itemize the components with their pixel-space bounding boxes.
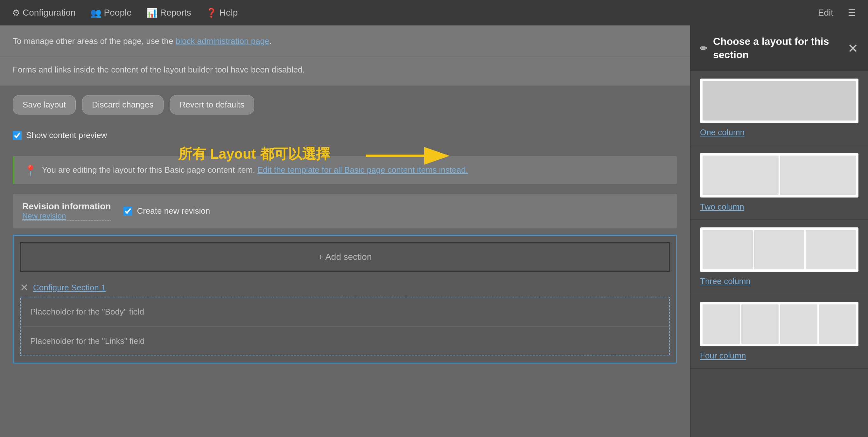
placeholder-body: Placeholder for the "Body" field	[21, 298, 669, 326]
reports-icon: 📊	[146, 8, 157, 18]
revision-checkbox-row: Create new revision	[123, 206, 210, 216]
alert-bar: 📍 You are editing the layout for this Ba…	[0, 150, 690, 190]
layout-two-column[interactable]: Two column	[690, 145, 868, 220]
panel-close-button[interactable]: ✕	[848, 42, 859, 55]
four-col-2	[741, 304, 779, 344]
nav-reports[interactable]: 📊 Reports	[141, 4, 197, 21]
create-revision-checkbox[interactable]	[123, 207, 132, 216]
three-column-icon	[700, 227, 859, 272]
remove-section-icon[interactable]: ✕	[20, 281, 29, 293]
config-icon: ⚙	[12, 8, 20, 18]
configure-section-link[interactable]: Configure Section 1	[33, 283, 106, 292]
info-banner-1: To manage other areas of the page, use t…	[0, 26, 690, 57]
four-column-icon	[700, 302, 859, 346]
info-banner-2: Forms and links inside the content of th…	[0, 57, 690, 86]
two-col-2	[780, 156, 856, 195]
two-column-label[interactable]: Two column	[700, 202, 859, 212]
revert-defaults-button[interactable]: Revert to defaults	[170, 95, 254, 115]
three-col-1	[703, 230, 753, 270]
create-revision-label: Create new revision	[137, 206, 210, 216]
people-label: People	[104, 8, 132, 18]
panel-title: Choose a layout for this section	[713, 35, 848, 61]
layout-three-column[interactable]: Three column	[690, 220, 868, 294]
info-text-1: To manage other areas of the page, use t…	[13, 35, 677, 48]
block-admin-link[interactable]: block administration page	[176, 36, 270, 46]
four-col-1	[703, 304, 740, 344]
four-column-label[interactable]: Four column	[700, 351, 859, 361]
three-col-2	[754, 230, 804, 270]
pencil-icon: ✏	[700, 42, 708, 54]
help-label: Help	[220, 8, 238, 18]
alert-icon: 📍	[24, 164, 37, 177]
info-text-2: Forms and links inside the content of th…	[13, 64, 677, 76]
save-layout-button[interactable]: Save layout	[13, 95, 76, 115]
revision-new-link[interactable]: New revision	[22, 212, 111, 221]
two-column-icon	[700, 153, 859, 197]
toolbar: Save layout Discard changes Revert to de…	[0, 86, 690, 124]
show-preview-label: Show content preview	[26, 130, 107, 140]
panel-header-title-row: ✏ Choose a layout for this section	[700, 35, 848, 61]
one-column-label[interactable]: One column	[700, 128, 859, 137]
panel-header: ✏ Choose a layout for this section ✕	[690, 26, 868, 71]
sidebar-toggle-icon[interactable]: ☰	[842, 4, 862, 21]
revision-title: Revision information	[22, 201, 111, 212]
alert-text: You are editing the layout for this Basi…	[42, 164, 468, 176]
reports-label: Reports	[160, 8, 191, 18]
four-col-4	[819, 304, 856, 344]
one-column-col	[703, 81, 856, 121]
layout-one-column[interactable]: One column	[690, 71, 868, 145]
three-col-3	[806, 230, 856, 270]
nav-people[interactable]: 👥 People	[85, 4, 137, 21]
discard-changes-button[interactable]: Discard changes	[82, 95, 163, 115]
configure-section-row: ✕ Configure Section 1	[14, 278, 676, 297]
config-label: Configuration	[23, 8, 76, 18]
layout-four-column[interactable]: Four column	[690, 294, 868, 369]
people-icon: 👥	[90, 8, 101, 18]
add-section-box[interactable]: + Add section	[20, 242, 670, 272]
main-area: To manage other areas of the page, use t…	[0, 26, 868, 437]
show-preview-row: Show content preview	[0, 124, 690, 147]
edit-label: Edit	[812, 4, 839, 21]
revision-section: Revision information New revision Create…	[13, 194, 677, 228]
placeholder-section: Placeholder for the "Body" field Placeho…	[20, 297, 670, 356]
three-column-label[interactable]: Three column	[700, 276, 859, 286]
nav-configuration[interactable]: ⚙ Configuration	[6, 4, 82, 21]
placeholder-links: Placeholder for the "Links" field	[21, 326, 669, 355]
right-panel: ✏ Choose a layout for this section ✕ One…	[690, 26, 868, 437]
nav-help[interactable]: ❓ Help	[200, 4, 244, 21]
add-section-label: + Add section	[318, 252, 372, 262]
four-col-3	[780, 304, 817, 344]
revision-info: Revision information New revision	[22, 201, 111, 221]
two-col-1	[703, 156, 779, 195]
show-preview-checkbox[interactable]	[13, 131, 22, 140]
content-section: + Add section ✕ Configure Section 1 Plac…	[13, 235, 677, 364]
help-icon: ❓	[206, 8, 217, 18]
left-panel: To manage other areas of the page, use t…	[0, 26, 690, 437]
edit-template-link[interactable]: Edit the template for all Basic page con…	[257, 165, 468, 175]
one-column-icon	[700, 79, 859, 123]
top-bar: ⚙ Configuration 👥 People 📊 Reports ❓ Hel…	[0, 0, 868, 26]
alert-content: 📍 You are editing the layout for this Ba…	[13, 156, 677, 184]
